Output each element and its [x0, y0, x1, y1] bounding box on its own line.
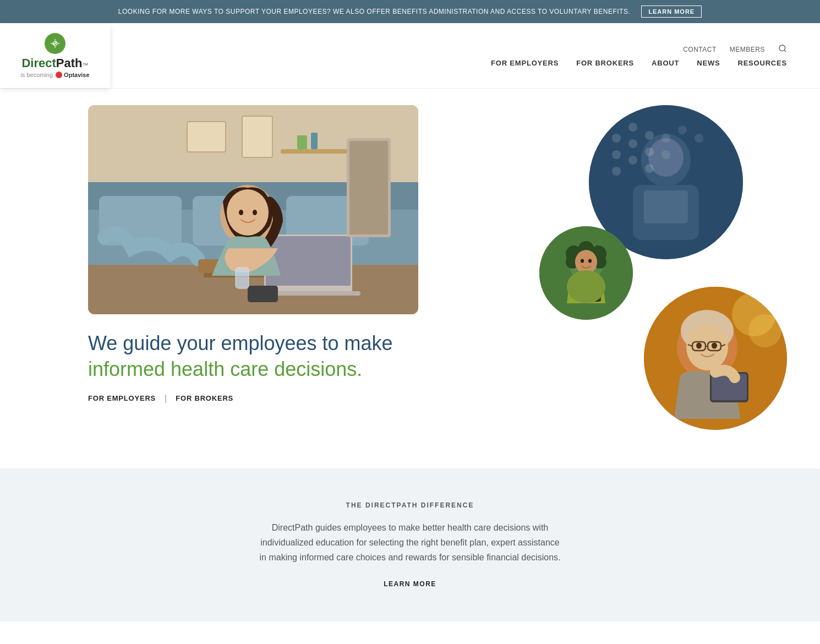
optavise-brand: Optavise [56, 72, 89, 78]
svg-point-44 [678, 125, 687, 134]
hero-image [88, 105, 418, 314]
svg-point-72 [712, 343, 717, 349]
optavise-icon [56, 72, 62, 78]
banner-cta[interactable]: LEARN MORE [641, 6, 702, 18]
nav-about[interactable]: ABOUT [652, 59, 679, 67]
hero-headline-line2: informed health care decisions. [88, 358, 362, 380]
svg-point-43 [662, 134, 670, 143]
banner-text: LOOKING FOR MORE WAYS TO SUPPORT YOUR EM… [118, 8, 630, 15]
logo-box: DirectPath™ is becoming Optavise [0, 23, 110, 88]
svg-point-37 [612, 150, 621, 159]
cta-brokers[interactable]: FOR BROKERS [176, 394, 233, 402]
svg-rect-20 [248, 286, 278, 302]
svg-rect-28 [349, 141, 388, 234]
hero-right [440, 105, 787, 446]
difference-body: DirectPath guides employees to make bett… [256, 520, 564, 565]
nav-brokers[interactable]: FOR BROKERS [576, 59, 634, 67]
svg-point-34 [612, 134, 621, 143]
svg-rect-21 [236, 268, 249, 288]
svg-rect-26 [311, 133, 318, 149]
svg-point-59 [567, 270, 605, 303]
svg-point-41 [628, 156, 637, 165]
nav-contact[interactable]: CONTACT [683, 46, 717, 53]
svg-point-40 [612, 167, 621, 176]
circle-image-woman-green [539, 226, 633, 320]
logo-tagline: is becoming [20, 72, 53, 78]
site-header: DirectPath™ is becoming Optavise CONTACT… [0, 23, 820, 89]
main-nav: FOR EMPLOYERS FOR BROKERS ABOUT NEWS RES… [491, 59, 787, 67]
svg-point-19 [253, 210, 257, 215]
svg-rect-23 [242, 116, 272, 157]
logo-direct: Direct [21, 56, 56, 70]
svg-point-35 [628, 123, 637, 132]
logo-wordmark: DirectPath™ [21, 56, 88, 70]
svg-rect-33 [644, 190, 688, 223]
svg-point-17 [227, 189, 269, 236]
difference-section: THE DIRECTPATH DIFFERENCE DirectPath gui… [0, 468, 820, 621]
svg-point-56 [581, 259, 584, 263]
logo-path: Path [56, 56, 83, 70]
nav-top: CONTACT MEMBERS [683, 44, 787, 54]
optavise-name: Optavise [64, 72, 89, 78]
svg-point-45 [695, 134, 703, 143]
svg-point-57 [588, 259, 592, 263]
learn-more-button[interactable]: LEARN MORE [384, 580, 436, 588]
hero-left: We guide your employees to make informed… [88, 105, 418, 403]
nav-resources[interactable]: RESOURCES [737, 59, 787, 67]
hero-headline: We guide your employees to make informed… [88, 331, 418, 383]
svg-rect-14 [266, 236, 351, 286]
logo-icon [45, 33, 65, 54]
hero-cta-links: FOR EMPLOYERS | FOR BROKERS [88, 394, 418, 403]
hero-text: We guide your employees to make informed… [88, 331, 418, 403]
svg-point-62 [748, 314, 781, 347]
svg-point-38 [628, 139, 637, 148]
cta-divider: | [165, 394, 167, 403]
difference-label: THE DIRECTPATH DIFFERENCE [11, 501, 809, 509]
cta-employers[interactable]: FOR EMPLOYERS [88, 394, 156, 402]
nav-members[interactable]: MEMBERS [730, 46, 765, 53]
svg-point-42 [645, 164, 654, 173]
nav-employers[interactable]: FOR EMPLOYERS [491, 59, 559, 67]
hero-section: We guide your employees to make informed… [0, 89, 820, 468]
svg-point-71 [696, 343, 702, 349]
top-banner: LOOKING FOR MORE WAYS TO SUPPORT YOUR EM… [0, 0, 820, 23]
circle-image-woman-orange [644, 287, 787, 430]
search-button[interactable] [778, 44, 787, 54]
logo-subtitle: is becoming Optavise [20, 72, 89, 78]
hero-headline-line1: We guide your employees to make [88, 332, 393, 354]
svg-point-36 [645, 131, 654, 140]
svg-point-39 [645, 148, 654, 156]
logo-trademark: ™ [83, 62, 89, 68]
svg-rect-25 [297, 135, 307, 149]
svg-point-18 [239, 210, 243, 215]
nav-news[interactable]: NEWS [697, 59, 720, 67]
svg-point-46 [662, 150, 670, 159]
svg-point-2 [779, 45, 785, 51]
nav-right: CONTACT MEMBERS FOR EMPLOYERS FOR BROKER… [491, 44, 787, 67]
svg-rect-22 [187, 122, 226, 152]
